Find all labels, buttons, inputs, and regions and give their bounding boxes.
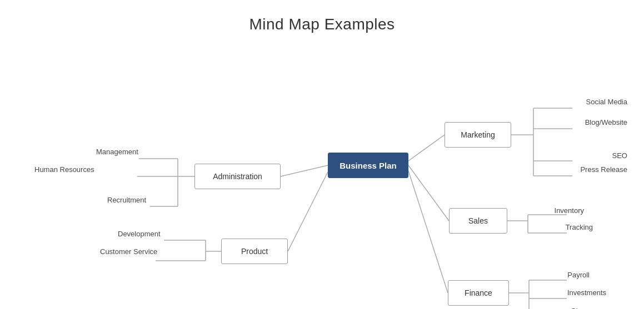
- node-administration[interactable]: Administration: [194, 164, 281, 189]
- label-investments: Investments: [567, 288, 606, 297]
- label-blog-website: Blog/Website: [585, 118, 627, 126]
- svg-line-0: [281, 165, 328, 176]
- label-human-resources: Human Resources: [34, 165, 94, 174]
- svg-line-12: [408, 165, 449, 221]
- label-social-media: Social Media: [586, 98, 627, 106]
- label-management: Management: [96, 148, 138, 156]
- label-inventory: Inventory: [555, 206, 584, 215]
- node-finance[interactable]: Finance: [448, 280, 509, 306]
- node-business-plan[interactable]: Business Plan: [328, 153, 408, 178]
- label-payroll: Payroll: [567, 271, 590, 279]
- node-sales[interactable]: Sales: [449, 208, 507, 234]
- label-development: Development: [118, 230, 161, 238]
- svg-line-13: [408, 171, 448, 293]
- node-marketing[interactable]: Marketing: [445, 122, 511, 148]
- label-seo: SEO: [612, 151, 627, 160]
- mind-map-diagram: Business Plan Administration Product Mar…: [0, 44, 644, 309]
- label-tracking: Tracking: [566, 223, 593, 231]
- svg-line-11: [408, 135, 445, 161]
- label-press-release: Press Release: [580, 165, 627, 174]
- connector-lines: [0, 44, 644, 309]
- label-shares: Shares: [571, 307, 594, 309]
- svg-line-1: [288, 172, 328, 251]
- page-title: Mind Map Examples: [0, 0, 644, 33]
- node-product[interactable]: Product: [221, 239, 288, 264]
- label-recruitment: Recruitment: [107, 196, 146, 204]
- label-customer-service: Customer Service: [100, 247, 157, 256]
